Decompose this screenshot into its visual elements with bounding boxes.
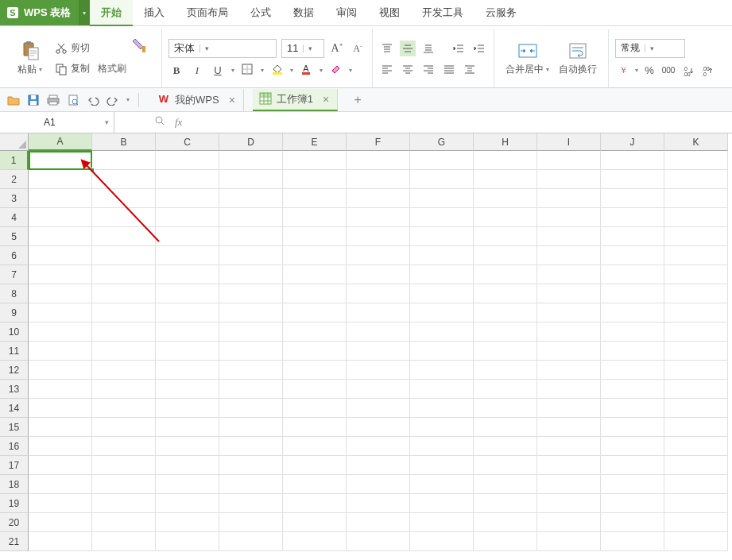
- cell[interactable]: [156, 246, 219, 265]
- doc-tab-mywps[interactable]: W 我的WPS ×: [151, 89, 244, 111]
- cell[interactable]: [92, 494, 156, 513]
- column-header[interactable]: F: [347, 133, 410, 151]
- cell[interactable]: [537, 342, 601, 361]
- cell[interactable]: [92, 399, 156, 418]
- cell[interactable]: [601, 208, 664, 227]
- row-header[interactable]: 11: [0, 342, 29, 361]
- clear-format-button[interactable]: [327, 63, 343, 79]
- cell[interactable]: [537, 380, 601, 399]
- cell[interactable]: [156, 456, 219, 475]
- cell[interactable]: [92, 265, 156, 284]
- tab-formula[interactable]: 公式: [239, 0, 282, 25]
- cell[interactable]: [601, 284, 664, 303]
- cell[interactable]: [283, 380, 347, 399]
- cell[interactable]: [92, 284, 156, 303]
- save-button[interactable]: [26, 93, 41, 107]
- cell[interactable]: [219, 494, 283, 513]
- cell[interactable]: [92, 322, 156, 342]
- cell[interactable]: [410, 361, 474, 380]
- row-header[interactable]: 20: [0, 513, 29, 532]
- qa-customize-dropdown[interactable]: ▾: [126, 96, 130, 103]
- cell[interactable]: [156, 475, 219, 494]
- cell[interactable]: [219, 246, 283, 265]
- cell[interactable]: [537, 513, 601, 532]
- cell[interactable]: [474, 265, 537, 284]
- cell[interactable]: [601, 265, 664, 284]
- column-header[interactable]: C: [156, 133, 219, 151]
- cell[interactable]: [29, 361, 92, 380]
- font-size-select[interactable]: 11▾: [281, 39, 324, 58]
- cell[interactable]: [664, 265, 728, 284]
- row-header[interactable]: 5: [0, 227, 29, 246]
- cell[interactable]: [283, 513, 347, 532]
- decrease-decimal-button[interactable]: .00.0: [699, 63, 715, 79]
- column-header[interactable]: J: [601, 133, 664, 151]
- currency-button[interactable]: ￥: [615, 63, 631, 79]
- cell[interactable]: [29, 284, 92, 303]
- row-header[interactable]: 18: [0, 475, 29, 494]
- close-icon[interactable]: ×: [323, 93, 329, 106]
- cell[interactable]: [474, 227, 537, 246]
- cell[interactable]: [156, 399, 219, 418]
- decrease-indent-button[interactable]: [451, 41, 467, 56]
- cell[interactable]: [156, 380, 219, 399]
- cell[interactable]: [347, 513, 410, 532]
- cell[interactable]: [347, 322, 410, 342]
- merge-center-button[interactable]: 合并居中▾: [501, 38, 554, 79]
- cell[interactable]: [347, 227, 410, 246]
- cell[interactable]: [410, 303, 474, 322]
- row-header[interactable]: 16: [0, 437, 29, 456]
- cell[interactable]: [664, 399, 728, 418]
- cell[interactable]: [537, 265, 601, 284]
- cell[interactable]: [664, 380, 728, 399]
- cell[interactable]: [347, 246, 410, 265]
- cell[interactable]: [219, 227, 283, 246]
- cell[interactable]: [219, 380, 283, 399]
- chevron-down-icon[interactable]: ▾: [319, 67, 323, 74]
- cell[interactable]: [537, 361, 601, 380]
- cell[interactable]: [664, 361, 728, 380]
- row-header[interactable]: 3: [0, 189, 29, 208]
- cell[interactable]: [474, 513, 537, 532]
- cell[interactable]: [410, 418, 474, 437]
- cell[interactable]: [601, 170, 664, 189]
- cell[interactable]: [29, 494, 92, 513]
- tab-insert[interactable]: 插入: [133, 0, 176, 25]
- paste-button[interactable]: 粘贴▾: [13, 38, 47, 79]
- align-justify-button[interactable]: [441, 61, 457, 77]
- tab-developer[interactable]: 开发工具: [411, 0, 474, 25]
- new-tab-button[interactable]: +: [348, 93, 367, 107]
- cell[interactable]: [219, 513, 283, 532]
- copy-button[interactable]: 复制: [52, 60, 93, 78]
- cell[interactable]: [283, 322, 347, 342]
- cell[interactable]: [219, 265, 283, 284]
- cell[interactable]: [410, 342, 474, 361]
- chevron-down-icon[interactable]: ▾: [260, 67, 264, 74]
- cell[interactable]: [29, 322, 92, 342]
- italic-button[interactable]: I: [189, 63, 205, 79]
- cell[interactable]: [156, 494, 219, 513]
- undo-button[interactable]: [86, 93, 100, 107]
- cell[interactable]: [29, 303, 92, 322]
- shrink-font-button[interactable]: A-: [350, 41, 366, 56]
- cell[interactable]: [283, 246, 347, 265]
- cell[interactable]: [410, 227, 474, 246]
- cell[interactable]: [347, 532, 410, 551]
- cell[interactable]: [601, 151, 664, 170]
- cell[interactable]: [29, 227, 92, 246]
- cell[interactable]: [219, 284, 283, 303]
- cell[interactable]: [283, 437, 347, 456]
- close-icon[interactable]: ×: [229, 94, 235, 106]
- cell[interactable]: [156, 513, 219, 532]
- cell[interactable]: [664, 532, 728, 551]
- cell[interactable]: [29, 513, 92, 532]
- tab-review[interactable]: 审阅: [325, 0, 368, 25]
- cell[interactable]: [29, 418, 92, 437]
- cell[interactable]: [410, 380, 474, 399]
- cell[interactable]: [92, 418, 156, 437]
- cell[interactable]: [219, 475, 283, 494]
- row-header[interactable]: 12: [0, 361, 29, 380]
- cell[interactable]: [29, 399, 92, 418]
- tab-start[interactable]: 开始: [90, 0, 133, 26]
- cell[interactable]: [664, 437, 728, 456]
